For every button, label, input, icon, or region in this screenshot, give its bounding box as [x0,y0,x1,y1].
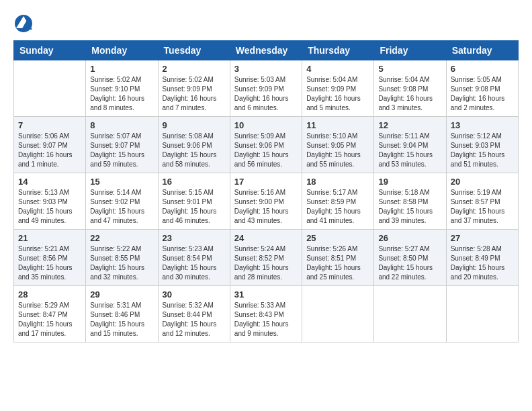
day-info: Sunrise: 5:06 AM Sunset: 9:07 PM Dayligh… [18,132,81,169]
day-number: 5 [378,64,441,74]
day-number: 11 [306,120,369,130]
calendar-week-row: 28Sunrise: 5:29 AM Sunset: 8:47 PM Dayli… [14,286,519,342]
calendar-table: SundayMondayTuesdayWednesdayThursdayFrid… [13,40,519,342]
day-number: 18 [306,177,369,187]
day-info: Sunrise: 5:28 AM Sunset: 8:49 PM Dayligh… [451,244,514,282]
calendar-cell: 24Sunrise: 5:24 AM Sunset: 8:52 PM Dayli… [230,230,302,286]
day-info: Sunrise: 5:31 AM Sunset: 8:46 PM Dayligh… [90,301,153,338]
day-number: 26 [378,233,441,243]
day-info: Sunrise: 5:02 AM Sunset: 9:09 PM Dayligh… [163,75,226,113]
day-number: 19 [378,177,441,187]
calendar-cell: 23Sunrise: 5:23 AM Sunset: 8:54 PM Dayli… [158,230,230,286]
weekday-header-sunday: Sunday [14,41,86,60]
day-number: 21 [18,233,81,243]
day-number: 2 [163,64,226,74]
calendar-cell [302,286,374,342]
day-number: 10 [234,120,298,130]
day-number: 13 [451,120,514,130]
calendar-week-row: 14Sunrise: 5:13 AM Sunset: 9:03 PM Dayli… [14,173,519,230]
logo-icon [13,13,34,34]
day-number: 30 [163,289,226,300]
calendar-cell: 29Sunrise: 5:31 AM Sunset: 8:46 PM Dayli… [86,286,158,342]
day-info: Sunrise: 5:26 AM Sunset: 8:51 PM Dayligh… [306,244,369,282]
day-number: 15 [90,177,153,187]
calendar-cell: 5Sunrise: 5:04 AM Sunset: 9:08 PM Daylig… [374,60,446,117]
calendar-cell: 10Sunrise: 5:09 AM Sunset: 9:06 PM Dayli… [230,117,302,173]
weekday-header-monday: Monday [86,41,158,60]
calendar-cell: 21Sunrise: 5:21 AM Sunset: 8:56 PM Dayli… [14,230,86,286]
day-info: Sunrise: 5:23 AM Sunset: 8:54 PM Dayligh… [163,244,226,282]
weekday-header-thursday: Thursday [302,41,374,60]
calendar-cell: 14Sunrise: 5:13 AM Sunset: 9:03 PM Dayli… [14,173,86,230]
day-info: Sunrise: 5:04 AM Sunset: 9:08 PM Dayligh… [378,75,441,113]
header [13,13,519,34]
weekday-header-wednesday: Wednesday [230,41,302,60]
calendar-cell: 15Sunrise: 5:14 AM Sunset: 9:02 PM Dayli… [86,173,158,230]
calendar-cell: 25Sunrise: 5:26 AM Sunset: 8:51 PM Dayli… [302,230,374,286]
calendar-cell: 1Sunrise: 5:02 AM Sunset: 9:10 PM Daylig… [86,60,158,117]
day-info: Sunrise: 5:10 AM Sunset: 9:05 PM Dayligh… [306,132,369,169]
day-number: 12 [378,120,441,130]
calendar-cell: 19Sunrise: 5:18 AM Sunset: 8:58 PM Dayli… [374,173,446,230]
day-info: Sunrise: 5:14 AM Sunset: 9:02 PM Dayligh… [90,188,153,226]
calendar-cell: 22Sunrise: 5:22 AM Sunset: 8:55 PM Dayli… [86,230,158,286]
day-number: 17 [234,177,298,187]
calendar-week-row: 7Sunrise: 5:06 AM Sunset: 9:07 PM Daylig… [14,117,519,173]
calendar-cell: 9Sunrise: 5:08 AM Sunset: 9:06 PM Daylig… [158,117,230,173]
logo [13,13,36,34]
calendar-cell: 12Sunrise: 5:11 AM Sunset: 9:04 PM Dayli… [374,117,446,173]
day-info: Sunrise: 5:32 AM Sunset: 8:44 PM Dayligh… [163,301,226,338]
day-info: Sunrise: 5:29 AM Sunset: 8:47 PM Dayligh… [18,301,81,338]
calendar-cell: 26Sunrise: 5:27 AM Sunset: 8:50 PM Dayli… [374,230,446,286]
day-info: Sunrise: 5:04 AM Sunset: 9:09 PM Dayligh… [306,75,369,113]
calendar-cell: 16Sunrise: 5:15 AM Sunset: 9:01 PM Dayli… [158,173,230,230]
day-number: 4 [306,64,369,74]
day-info: Sunrise: 5:24 AM Sunset: 8:52 PM Dayligh… [234,244,298,282]
day-number: 28 [18,289,81,300]
calendar-header-row: SundayMondayTuesdayWednesdayThursdayFrid… [14,41,519,60]
day-number: 6 [451,64,514,74]
calendar-cell [14,60,86,117]
day-info: Sunrise: 5:05 AM Sunset: 9:08 PM Dayligh… [451,75,514,113]
day-info: Sunrise: 5:33 AM Sunset: 8:43 PM Dayligh… [234,301,298,338]
day-number: 14 [18,177,81,187]
day-info: Sunrise: 5:09 AM Sunset: 9:06 PM Dayligh… [234,132,298,169]
weekday-header-saturday: Saturday [446,41,518,60]
calendar-week-row: 21Sunrise: 5:21 AM Sunset: 8:56 PM Dayli… [14,230,519,286]
day-number: 24 [234,233,298,243]
day-info: Sunrise: 5:21 AM Sunset: 8:56 PM Dayligh… [18,244,81,282]
calendar-cell: 13Sunrise: 5:12 AM Sunset: 9:03 PM Dayli… [446,117,518,173]
day-number: 25 [306,233,369,243]
day-info: Sunrise: 5:18 AM Sunset: 8:58 PM Dayligh… [378,188,441,226]
day-info: Sunrise: 5:22 AM Sunset: 8:55 PM Dayligh… [90,244,153,282]
calendar-cell: 28Sunrise: 5:29 AM Sunset: 8:47 PM Dayli… [14,286,86,342]
calendar-cell: 3Sunrise: 5:03 AM Sunset: 9:09 PM Daylig… [230,60,302,117]
day-number: 23 [163,233,226,243]
day-number: 7 [18,120,81,130]
day-info: Sunrise: 5:03 AM Sunset: 9:09 PM Dayligh… [234,75,298,113]
calendar-cell: 30Sunrise: 5:32 AM Sunset: 8:44 PM Dayli… [158,286,230,342]
day-info: Sunrise: 5:13 AM Sunset: 9:03 PM Dayligh… [18,188,81,226]
day-number: 16 [163,177,226,187]
calendar-cell: 11Sunrise: 5:10 AM Sunset: 9:05 PM Dayli… [302,117,374,173]
calendar-cell: 17Sunrise: 5:16 AM Sunset: 9:00 PM Dayli… [230,173,302,230]
day-number: 27 [451,233,514,243]
calendar-cell: 2Sunrise: 5:02 AM Sunset: 9:09 PM Daylig… [158,60,230,117]
day-info: Sunrise: 5:02 AM Sunset: 9:10 PM Dayligh… [90,75,153,113]
calendar-cell: 27Sunrise: 5:28 AM Sunset: 8:49 PM Dayli… [446,230,518,286]
calendar-cell [374,286,446,342]
calendar-cell: 18Sunrise: 5:17 AM Sunset: 8:59 PM Dayli… [302,173,374,230]
day-number: 22 [90,233,153,243]
day-info: Sunrise: 5:19 AM Sunset: 8:57 PM Dayligh… [451,188,514,226]
weekday-header-friday: Friday [374,41,446,60]
day-number: 20 [451,177,514,187]
day-number: 8 [90,120,153,130]
calendar-cell: 20Sunrise: 5:19 AM Sunset: 8:57 PM Dayli… [446,173,518,230]
calendar-cell: 7Sunrise: 5:06 AM Sunset: 9:07 PM Daylig… [14,117,86,173]
day-info: Sunrise: 5:11 AM Sunset: 9:04 PM Dayligh… [378,132,441,169]
day-number: 1 [90,64,153,74]
weekday-header-tuesday: Tuesday [158,41,230,60]
day-info: Sunrise: 5:12 AM Sunset: 9:03 PM Dayligh… [451,132,514,169]
day-info: Sunrise: 5:17 AM Sunset: 8:59 PM Dayligh… [306,188,369,226]
day-info: Sunrise: 5:07 AM Sunset: 9:07 PM Dayligh… [90,132,153,169]
